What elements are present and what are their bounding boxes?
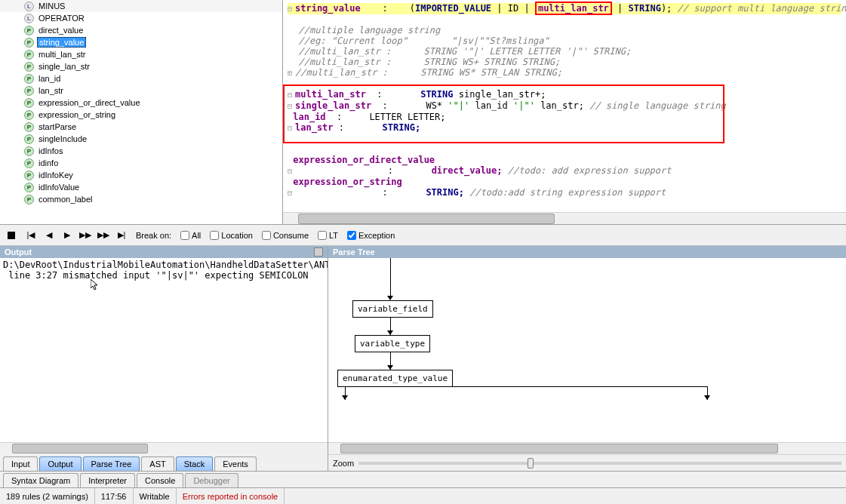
parser-rule-icon: P bbox=[24, 171, 34, 180]
tab-ast[interactable]: AST bbox=[141, 456, 174, 471]
tree-item-label: common_label bbox=[37, 195, 94, 204]
parser-rule-icon: P bbox=[24, 26, 34, 35]
step-forward-button[interactable]: ▶ bbox=[62, 230, 72, 241]
break-location-checkbox[interactable]: Location bbox=[210, 231, 253, 240]
tree-item-label: expression_or_string bbox=[37, 110, 117, 119]
tree-item-expression_or_string[interactable]: Pexpression_or_string bbox=[0, 109, 282, 121]
tree-item-idinfo[interactable]: Pidinfo bbox=[0, 157, 282, 169]
output-h-scrollbar[interactable] bbox=[0, 442, 328, 454]
lexer-rule-icon: L bbox=[24, 2, 34, 11]
tree-node[interactable]: variable_field bbox=[352, 300, 433, 318]
break-exception-checkbox[interactable]: Exception bbox=[347, 231, 395, 240]
tree-item-string_value[interactable]: Pstring_value bbox=[0, 36, 282, 48]
tree-item-single_lan_str[interactable]: Psingle_lan_str bbox=[0, 60, 282, 72]
highlight-box-small: multi_lan_str bbox=[535, 2, 612, 15]
tab-debugger[interactable]: Debugger bbox=[185, 473, 238, 487]
tab-output[interactable]: Output bbox=[39, 456, 81, 471]
step-back-button[interactable]: ◀ bbox=[44, 230, 54, 241]
tree-node[interactable]: enumarated_type_value bbox=[337, 370, 453, 387]
tree-item-common_label[interactable]: Pcommon_label bbox=[0, 193, 282, 205]
lexer-rule-icon: L bbox=[24, 14, 34, 23]
tree-item-singleInclude[interactable]: PsingleInclude bbox=[0, 133, 282, 145]
tree-item-label: idinfo bbox=[37, 158, 60, 167]
tree-item-label: idInfoValue bbox=[37, 183, 81, 192]
debug-toolbar: |◀ ◀ ▶ ▶▶ ▶▶ ▶| Break on: All Location C… bbox=[0, 225, 846, 246]
tree-item-label: idInfos bbox=[37, 146, 64, 155]
break-consume-checkbox[interactable]: Consume bbox=[262, 231, 309, 240]
cursor-icon bbox=[91, 279, 100, 291]
tree-item-label: single_lan_str bbox=[37, 62, 91, 71]
break-all-checkbox[interactable]: All bbox=[180, 231, 201, 240]
tab-console[interactable]: Console bbox=[137, 473, 183, 487]
tree-item-label: idInfoKey bbox=[37, 171, 75, 180]
parser-rule-icon: P bbox=[24, 183, 34, 192]
tree-item-lan_id[interactable]: Plan_id bbox=[0, 72, 282, 85]
tree-item-label: lan_str bbox=[37, 86, 65, 95]
status-position: 117:56 bbox=[95, 488, 134, 504]
status-mode: Writable bbox=[134, 488, 177, 504]
output-pane-title: Output bbox=[0, 246, 328, 258]
parser-rule-icon: P bbox=[24, 50, 34, 60]
tree-item-idInfoValue[interactable]: PidInfoValue bbox=[0, 181, 282, 193]
bottom-tabs: Syntax Diagram Interpreter Console Debug… bbox=[0, 471, 846, 487]
tree-item-direct_value[interactable]: Pdirect_value bbox=[0, 24, 282, 36]
tree-item-idInfos[interactable]: PidInfos bbox=[0, 145, 282, 157]
zoom-slider[interactable] bbox=[358, 462, 841, 465]
parser-rule-icon: P bbox=[24, 98, 34, 108]
tab-parsetree[interactable]: Parse Tree bbox=[83, 456, 140, 471]
zoom-label: Zoom bbox=[333, 459, 354, 468]
parsetree-canvas[interactable]: variable_field variable_type enumarated_… bbox=[328, 258, 846, 442]
tree-item-OPERATOR[interactable]: LOPERATOR bbox=[0, 12, 282, 24]
output-console[interactable]: D:\DevRoot\IndustrialMobileAutomation\Ha… bbox=[0, 258, 328, 442]
tree-item-label: lan_id bbox=[37, 74, 62, 83]
tree-item-label: MINUS bbox=[37, 2, 66, 11]
break-lt-checkbox[interactable]: LT bbox=[318, 231, 338, 240]
tree-item-startParse[interactable]: PstartParse bbox=[0, 121, 282, 133]
tree-item-label: multi_lan_str bbox=[37, 50, 87, 59]
tab-interpreter[interactable]: Interpreter bbox=[80, 473, 135, 487]
tree-item-expression_or_direct_value[interactable]: Pexpression_or_direct_value bbox=[0, 97, 282, 109]
parser-rule-icon: P bbox=[24, 38, 34, 48]
tree-item-MINUS[interactable]: LMINUS bbox=[0, 0, 282, 12]
tree-item-lan_str[interactable]: Plan_str bbox=[0, 85, 282, 97]
tab-stack[interactable]: Stack bbox=[176, 456, 214, 471]
code-editor[interactable]: ⊟string_value : (IMPORTED_VALUE | ID | m… bbox=[283, 0, 846, 224]
parser-rule-icon: P bbox=[24, 74, 34, 84]
rule-tree[interactable]: LMINUSLOPERATORPdirect_valuePstring_valu… bbox=[0, 0, 283, 224]
output-tabs: Input Output Parse Tree AST Stack Events bbox=[0, 454, 328, 471]
tree-item-idInfoKey[interactable]: PidInfoKey bbox=[0, 169, 282, 181]
tab-events[interactable]: Events bbox=[214, 456, 257, 471]
editor-h-scrollbar[interactable] bbox=[283, 212, 846, 224]
parsetree-h-scrollbar[interactable] bbox=[328, 442, 846, 454]
tree-node[interactable]: variable_type bbox=[355, 335, 430, 352]
parser-rule-icon: P bbox=[24, 86, 34, 96]
tree-item-label: startParse bbox=[37, 122, 78, 131]
tree-item-label: expression_or_direct_value bbox=[37, 98, 142, 107]
tree-item-multi_lan_str[interactable]: Pmulti_lan_str bbox=[0, 48, 282, 60]
fast-forward-button[interactable]: ▶▶ bbox=[80, 230, 91, 241]
tree-item-label: string_value bbox=[37, 37, 86, 48]
parser-rule-icon: P bbox=[24, 158, 34, 168]
stop-button[interactable] bbox=[6, 230, 17, 241]
detach-icon[interactable] bbox=[314, 247, 323, 257]
parser-rule-icon: P bbox=[24, 195, 34, 204]
parser-rule-icon: P bbox=[24, 134, 34, 144]
break-on-label: Break on: bbox=[136, 231, 171, 240]
status-errors: Errors reported in console bbox=[177, 488, 285, 504]
tree-item-label: singleInclude bbox=[37, 134, 88, 143]
status-bar: 189 rules (2 warnings) 117:56 Writable E… bbox=[0, 487, 846, 504]
step-end-button[interactable]: ▶| bbox=[116, 230, 127, 241]
status-rules: 189 rules (2 warnings) bbox=[0, 488, 95, 504]
tab-syntax-diagram[interactable]: Syntax Diagram bbox=[3, 473, 78, 487]
parser-rule-icon: P bbox=[24, 110, 34, 120]
parser-rule-icon: P bbox=[24, 146, 34, 156]
fast-forward2-button[interactable]: ▶▶ bbox=[98, 230, 109, 241]
parser-rule-icon: P bbox=[24, 122, 34, 132]
tree-item-label: direct_value bbox=[37, 26, 85, 35]
parser-rule-icon: P bbox=[24, 62, 34, 72]
rule-name: string_value bbox=[295, 3, 361, 14]
tab-input[interactable]: Input bbox=[3, 456, 38, 471]
step-back-start-button[interactable]: |◀ bbox=[26, 230, 36, 241]
parsetree-pane-title: Parse Tree bbox=[328, 246, 846, 258]
tree-item-label: OPERATOR bbox=[37, 14, 86, 23]
